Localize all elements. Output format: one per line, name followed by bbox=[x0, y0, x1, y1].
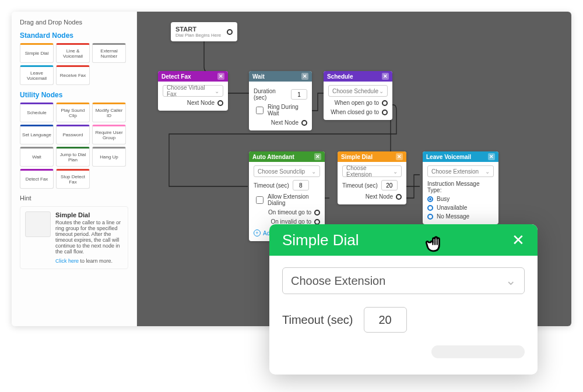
palette-detect-fax[interactable]: Detect Fax bbox=[20, 169, 54, 189]
palette-leave-voicemail[interactable]: Leave Voicemail bbox=[20, 65, 54, 85]
start-subtitle: Dial Plan Begins Here bbox=[175, 33, 221, 38]
auto-timeout-port[interactable] bbox=[314, 210, 320, 216]
auto-allow-checkbox[interactable]: Allow Extension Dialing bbox=[254, 193, 320, 206]
simple-ext-select[interactable]: Choose Extension⌄ bbox=[342, 165, 402, 177]
hint-card: Simple Dial Routes the caller to a line … bbox=[20, 206, 128, 269]
leave-msg-type-label: Instruction Message Type: bbox=[427, 181, 494, 193]
schedule-select[interactable]: Choose Schedule⌄ bbox=[328, 85, 388, 97]
leave-radio-unavailable[interactable]: Unavailable bbox=[427, 204, 494, 211]
palette-wait[interactable]: Wait bbox=[20, 147, 54, 167]
hint-body: Routes the caller to a line or ring grou… bbox=[55, 220, 123, 255]
simple-next-port[interactable] bbox=[396, 194, 402, 200]
close-icon[interactable]: ✕ bbox=[301, 73, 308, 80]
close-icon[interactable]: ✕ bbox=[488, 153, 495, 160]
detect-fax-next-label: Next Node bbox=[187, 100, 215, 106]
schedule-node[interactable]: Schedule ✕ Choose Schedule⌄ When open go… bbox=[324, 71, 392, 120]
simple-timeout-label: Timeout (sec) bbox=[342, 182, 378, 189]
schedule-open-label: When open go to bbox=[335, 100, 379, 106]
plus-icon: + bbox=[254, 229, 261, 236]
palette-require-user-group[interactable]: Require User Group bbox=[92, 125, 126, 144]
schedule-title: Schedule bbox=[327, 73, 353, 80]
start-node[interactable]: START Dial Plan Begins Here bbox=[171, 22, 237, 41]
chevron-down-icon: ⌄ bbox=[311, 168, 316, 175]
close-icon[interactable]: ✕ bbox=[396, 153, 403, 160]
wait-next-label: Next Node bbox=[271, 119, 298, 126]
palette-modify-caller-id[interactable]: Modify Caller ID bbox=[92, 103, 126, 122]
wait-node[interactable]: Wait ✕ Duration (sec) Ring During Wait N… bbox=[249, 71, 312, 130]
auto-timeout-label: Timeout (sec) bbox=[254, 182, 289, 189]
modal-placeholder-pill bbox=[282, 345, 525, 358]
detect-fax-title: Detect Fax bbox=[161, 73, 191, 80]
auto-timeout-input[interactable] bbox=[293, 180, 309, 190]
palette-password[interactable]: Password bbox=[56, 125, 90, 144]
close-icon[interactable]: ✕ bbox=[217, 73, 224, 80]
modal-extension-select[interactable]: Choose Extension ⌄ bbox=[282, 267, 525, 294]
simple-timeout-input[interactable] bbox=[381, 180, 398, 190]
wait-duration-input[interactable] bbox=[291, 89, 307, 100]
modal-timeout-input[interactable] bbox=[364, 307, 407, 333]
standard-palette: Simple Dial Line & Voicemail External Nu… bbox=[20, 43, 128, 85]
auto-title: Auto Attendant bbox=[252, 154, 294, 160]
palette-simple-dial[interactable]: Simple Dial bbox=[20, 43, 54, 63]
schedule-closed-port[interactable] bbox=[382, 110, 388, 115]
schedule-closed-label: When closed go to bbox=[331, 109, 379, 115]
start-title: START bbox=[175, 26, 221, 33]
auto-sound-select[interactable]: Choose Soundclip⌄ bbox=[254, 165, 320, 177]
close-icon[interactable]: ✕ bbox=[314, 153, 321, 160]
palette-jump-to-dial-plan[interactable]: Jump to Dial Plan bbox=[56, 147, 90, 167]
leave-title: Leave Voicemail bbox=[426, 154, 471, 160]
hint-thumb bbox=[25, 211, 51, 237]
wait-next-port[interactable] bbox=[301, 120, 307, 126]
chevron-down-icon: ⌄ bbox=[393, 168, 398, 175]
modal-timeout-label: Timeout (sec) bbox=[282, 313, 353, 327]
grab-cursor-icon bbox=[423, 231, 448, 256]
utility-nodes-heading: Utility Nodes bbox=[20, 91, 128, 99]
palette-schedule[interactable]: Schedule bbox=[20, 103, 54, 122]
palette-set-language[interactable]: Set Language bbox=[20, 125, 54, 144]
leave-radio-no-message[interactable]: No Message bbox=[427, 213, 494, 220]
wait-ring-checkbox[interactable]: Ring During Wait bbox=[254, 104, 307, 116]
leave-ext-select[interactable]: Choose Extension⌄ bbox=[427, 165, 494, 177]
start-out-port[interactable] bbox=[227, 29, 233, 35]
chevron-down-icon: ⌄ bbox=[485, 168, 490, 175]
simple-next-label: Next Node bbox=[366, 193, 393, 200]
wait-title: Wait bbox=[252, 73, 265, 80]
sidebar: Drag and Drop Nodes Standard Nodes Simpl… bbox=[12, 12, 137, 326]
simple-dial-node[interactable]: Simple Dial ✕ Choose Extension⌄ Timeout … bbox=[338, 151, 406, 204]
palette-external-number[interactable]: External Number bbox=[92, 43, 126, 63]
palette-line-voicemail[interactable]: Line & Voicemail bbox=[56, 43, 90, 63]
palette-hang-up[interactable]: Hang Up bbox=[92, 147, 126, 167]
palette-play-sound[interactable]: Play Sound Clip bbox=[56, 103, 90, 122]
schedule-open-port[interactable] bbox=[382, 100, 388, 106]
detect-fax-node[interactable]: Detect Fax ✕ Choose Virtual Fax⌄ Next No… bbox=[158, 71, 228, 111]
hint-heading: Hint bbox=[20, 195, 128, 202]
palette-receive-fax[interactable]: Receive Fax bbox=[56, 65, 90, 85]
auto-invalid-port[interactable] bbox=[314, 219, 320, 225]
detect-fax-select[interactable]: Choose Virtual Fax⌄ bbox=[163, 85, 223, 97]
chevron-down-icon: ⌄ bbox=[505, 273, 516, 288]
leave-voicemail-node[interactable]: Leave Voicemail ✕ Choose Extension⌄ Inst… bbox=[423, 151, 498, 224]
standard-nodes-heading: Standard Nodes bbox=[20, 31, 128, 40]
simple-dial-modal[interactable]: Simple Dial ✕ Choose Extension ⌄ Timeout… bbox=[269, 224, 538, 375]
close-icon[interactable]: ✕ bbox=[382, 73, 389, 80]
leave-radio-busy[interactable]: Busy bbox=[427, 196, 494, 202]
simple-title: Simple Dial bbox=[341, 154, 373, 160]
auto-timeout-out-label: On timeout go to bbox=[268, 209, 311, 216]
detect-fax-next-port[interactable] bbox=[217, 100, 223, 106]
chevron-down-icon: ⌄ bbox=[215, 88, 219, 94]
hint-title: Simple Dial bbox=[55, 211, 123, 218]
wait-duration-label: Duration (sec) bbox=[254, 88, 287, 101]
modal-title: Simple Dial bbox=[282, 231, 359, 249]
utility-palette: Schedule Play Sound Clip Modify Caller I… bbox=[20, 103, 128, 189]
chevron-down-icon: ⌄ bbox=[379, 88, 384, 94]
palette-stop-detect-fax[interactable]: Stop Detect Fax bbox=[56, 169, 90, 189]
modal-close-icon[interactable]: ✕ bbox=[512, 231, 525, 249]
hint-link[interactable]: Click here to learn more. bbox=[55, 258, 123, 264]
sidebar-title: Drag and Drop Nodes bbox=[20, 19, 128, 26]
